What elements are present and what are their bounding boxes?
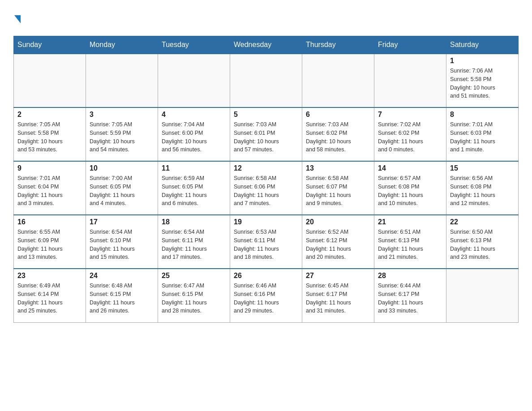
day-number: 10 bbox=[90, 164, 154, 172]
calendar-cell: 10Sunrise: 7:00 AMSunset: 6:05 PMDayligh… bbox=[86, 161, 158, 215]
calendar-cell: 16Sunrise: 6:55 AMSunset: 6:09 PMDayligh… bbox=[14, 215, 86, 269]
day-of-week-header: Sunday bbox=[14, 36, 86, 54]
calendar-cell bbox=[230, 54, 302, 107]
calendar-cell: 17Sunrise: 6:54 AMSunset: 6:10 PMDayligh… bbox=[86, 215, 158, 269]
day-info: Sunrise: 6:58 AMSunset: 6:06 PMDaylight:… bbox=[234, 174, 298, 208]
calendar-cell: 3Sunrise: 7:05 AMSunset: 5:59 PMDaylight… bbox=[86, 107, 158, 161]
day-number: 4 bbox=[162, 111, 226, 119]
day-number: 24 bbox=[90, 272, 154, 280]
day-number: 8 bbox=[450, 111, 515, 119]
day-info: Sunrise: 7:02 AMSunset: 6:02 PMDaylight:… bbox=[378, 120, 442, 154]
day-number: 7 bbox=[378, 111, 442, 119]
day-number: 17 bbox=[90, 218, 154, 226]
calendar-cell: 23Sunrise: 6:49 AMSunset: 6:14 PMDayligh… bbox=[14, 269, 86, 322]
day-info: Sunrise: 6:58 AMSunset: 6:07 PMDaylight:… bbox=[306, 174, 370, 208]
day-info: Sunrise: 6:57 AMSunset: 6:08 PMDaylight:… bbox=[378, 174, 442, 208]
day-of-week-header: Monday bbox=[86, 36, 158, 54]
calendar-cell: 12Sunrise: 6:58 AMSunset: 6:06 PMDayligh… bbox=[230, 161, 302, 215]
day-info: Sunrise: 7:06 AMSunset: 5:58 PMDaylight:… bbox=[450, 67, 515, 100]
calendar-table: SundayMondayTuesdayWednesdayThursdayFrid… bbox=[13, 36, 519, 323]
calendar-cell: 14Sunrise: 6:57 AMSunset: 6:08 PMDayligh… bbox=[374, 161, 446, 215]
day-number: 16 bbox=[17, 218, 82, 226]
calendar-cell: 5Sunrise: 7:03 AMSunset: 6:01 PMDaylight… bbox=[230, 107, 302, 161]
day-number: 2 bbox=[17, 111, 82, 119]
day-info: Sunrise: 6:55 AMSunset: 6:09 PMDaylight:… bbox=[17, 228, 82, 261]
calendar-week-row: 16Sunrise: 6:55 AMSunset: 6:09 PMDayligh… bbox=[14, 215, 519, 269]
day-info: Sunrise: 7:05 AMSunset: 5:58 PMDaylight:… bbox=[17, 120, 82, 154]
day-info: Sunrise: 7:01 AMSunset: 6:04 PMDaylight:… bbox=[17, 174, 82, 208]
day-number: 9 bbox=[17, 164, 82, 172]
calendar-cell: 18Sunrise: 6:54 AMSunset: 6:11 PMDayligh… bbox=[158, 215, 230, 269]
day-of-week-header: Tuesday bbox=[158, 36, 230, 54]
day-info: Sunrise: 7:00 AMSunset: 6:05 PMDaylight:… bbox=[90, 174, 154, 208]
day-info: Sunrise: 6:44 AMSunset: 6:17 PMDaylight:… bbox=[378, 282, 442, 315]
day-info: Sunrise: 6:46 AMSunset: 6:16 PMDaylight:… bbox=[234, 282, 298, 315]
day-info: Sunrise: 7:01 AMSunset: 6:03 PMDaylight:… bbox=[450, 120, 515, 154]
calendar-cell: 7Sunrise: 7:02 AMSunset: 6:02 PMDaylight… bbox=[374, 107, 446, 161]
day-info: Sunrise: 6:45 AMSunset: 6:17 PMDaylight:… bbox=[306, 282, 370, 315]
calendar-week-row: 1Sunrise: 7:06 AMSunset: 5:58 PMDaylight… bbox=[14, 54, 519, 107]
day-number: 26 bbox=[234, 272, 298, 280]
day-of-week-header: Friday bbox=[374, 36, 446, 54]
day-number: 19 bbox=[234, 218, 298, 226]
day-number: 12 bbox=[234, 164, 298, 172]
day-info: Sunrise: 7:05 AMSunset: 5:59 PMDaylight:… bbox=[90, 120, 154, 154]
calendar-header-row: SundayMondayTuesdayWednesdayThursdayFrid… bbox=[14, 36, 519, 54]
logo-arrow-icon bbox=[14, 15, 21, 23]
day-info: Sunrise: 6:59 AMSunset: 6:05 PMDaylight:… bbox=[162, 174, 226, 208]
calendar-cell: 28Sunrise: 6:44 AMSunset: 6:17 PMDayligh… bbox=[374, 269, 446, 322]
day-info: Sunrise: 6:54 AMSunset: 6:11 PMDaylight:… bbox=[162, 228, 226, 261]
calendar-cell: 1Sunrise: 7:06 AMSunset: 5:58 PMDaylight… bbox=[446, 54, 519, 107]
calendar-cell: 21Sunrise: 6:51 AMSunset: 6:13 PMDayligh… bbox=[374, 215, 446, 269]
calendar-cell: 15Sunrise: 6:56 AMSunset: 6:08 PMDayligh… bbox=[446, 161, 519, 215]
day-number: 21 bbox=[378, 218, 442, 226]
calendar-cell: 2Sunrise: 7:05 AMSunset: 5:58 PMDaylight… bbox=[14, 107, 86, 161]
calendar-cell: 6Sunrise: 7:03 AMSunset: 6:02 PMDaylight… bbox=[302, 107, 374, 161]
calendar-cell: 24Sunrise: 6:48 AMSunset: 6:15 PMDayligh… bbox=[86, 269, 158, 322]
day-number: 25 bbox=[162, 272, 226, 280]
day-info: Sunrise: 6:53 AMSunset: 6:11 PMDaylight:… bbox=[234, 228, 298, 261]
calendar-cell: 11Sunrise: 6:59 AMSunset: 6:05 PMDayligh… bbox=[158, 161, 230, 215]
day-of-week-header: Wednesday bbox=[230, 36, 302, 54]
calendar-cell: 9Sunrise: 7:01 AMSunset: 6:04 PMDaylight… bbox=[14, 161, 86, 215]
calendar-cell: 8Sunrise: 7:01 AMSunset: 6:03 PMDaylight… bbox=[446, 107, 519, 161]
calendar-cell bbox=[158, 54, 230, 107]
day-number: 15 bbox=[450, 164, 515, 172]
day-info: Sunrise: 6:48 AMSunset: 6:15 PMDaylight:… bbox=[90, 282, 154, 315]
day-number: 28 bbox=[378, 272, 442, 280]
day-info: Sunrise: 6:47 AMSunset: 6:15 PMDaylight:… bbox=[162, 282, 226, 315]
day-info: Sunrise: 6:49 AMSunset: 6:14 PMDaylight:… bbox=[17, 282, 82, 315]
day-of-week-header: Saturday bbox=[446, 36, 519, 54]
calendar-cell: 26Sunrise: 6:46 AMSunset: 6:16 PMDayligh… bbox=[230, 269, 302, 322]
day-number: 14 bbox=[378, 164, 442, 172]
day-info: Sunrise: 7:04 AMSunset: 6:00 PMDaylight:… bbox=[162, 120, 226, 154]
day-info: Sunrise: 6:52 AMSunset: 6:12 PMDaylight:… bbox=[306, 228, 370, 261]
calendar-cell bbox=[302, 54, 374, 107]
calendar-cell bbox=[446, 269, 519, 322]
day-number: 3 bbox=[90, 111, 154, 119]
calendar-cell: 13Sunrise: 6:58 AMSunset: 6:07 PMDayligh… bbox=[302, 161, 374, 215]
day-number: 5 bbox=[234, 111, 298, 119]
calendar-cell: 19Sunrise: 6:53 AMSunset: 6:11 PMDayligh… bbox=[230, 215, 302, 269]
day-number: 13 bbox=[306, 164, 370, 172]
calendar-week-row: 2Sunrise: 7:05 AMSunset: 5:58 PMDaylight… bbox=[14, 107, 519, 161]
day-info: Sunrise: 6:56 AMSunset: 6:08 PMDaylight:… bbox=[450, 174, 515, 208]
day-info: Sunrise: 7:03 AMSunset: 6:02 PMDaylight:… bbox=[306, 120, 370, 154]
calendar-cell: 22Sunrise: 6:50 AMSunset: 6:13 PMDayligh… bbox=[446, 215, 519, 269]
day-number: 27 bbox=[306, 272, 370, 280]
calendar-cell bbox=[374, 54, 446, 107]
day-info: Sunrise: 6:54 AMSunset: 6:10 PMDaylight:… bbox=[90, 228, 154, 261]
page-header bbox=[13, 9, 519, 27]
day-number: 11 bbox=[162, 164, 226, 172]
day-number: 1 bbox=[450, 57, 515, 65]
day-info: Sunrise: 6:51 AMSunset: 6:13 PMDaylight:… bbox=[378, 228, 442, 261]
day-number: 18 bbox=[162, 218, 226, 226]
day-number: 22 bbox=[450, 218, 515, 226]
calendar-cell: 27Sunrise: 6:45 AMSunset: 6:17 PMDayligh… bbox=[302, 269, 374, 322]
calendar-cell bbox=[14, 54, 86, 107]
day-number: 23 bbox=[17, 272, 82, 280]
day-info: Sunrise: 6:50 AMSunset: 6:13 PMDaylight:… bbox=[450, 228, 515, 261]
day-number: 6 bbox=[306, 111, 370, 119]
day-info: Sunrise: 7:03 AMSunset: 6:01 PMDaylight:… bbox=[234, 120, 298, 154]
calendar-cell: 4Sunrise: 7:04 AMSunset: 6:00 PMDaylight… bbox=[158, 107, 230, 161]
